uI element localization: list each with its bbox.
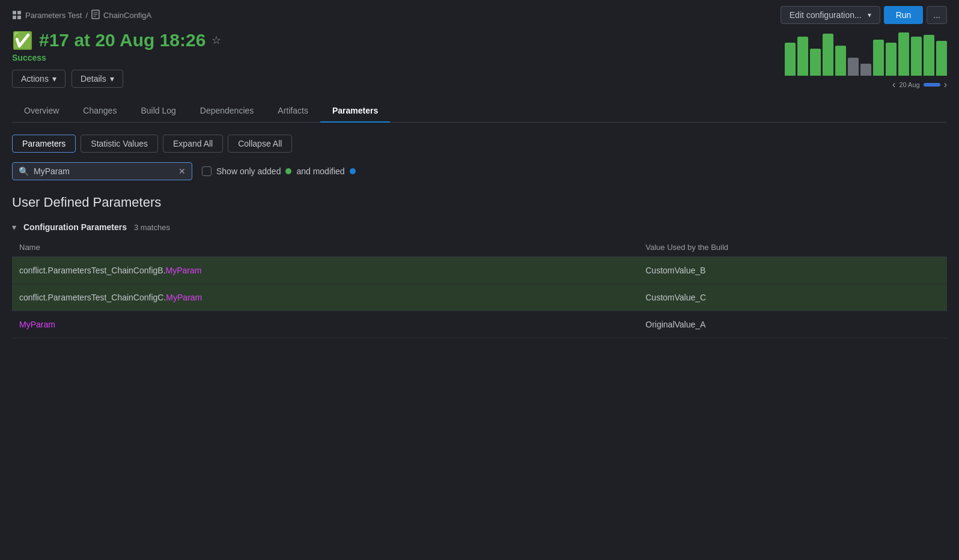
table-row: conflict.ParametersTest_ChainConfigB.MyP… bbox=[12, 257, 947, 284]
param-highlight: MyParam bbox=[166, 293, 202, 302]
chart-bar-1 bbox=[797, 37, 808, 76]
matches-badge: 3 matches bbox=[134, 223, 170, 232]
param-highlight: MyParam bbox=[166, 266, 202, 275]
main-content: ✅ #17 at 20 Aug 18:26 ☆ Success Actions … bbox=[0, 24, 959, 100]
param-name-cell: MyParam bbox=[12, 311, 638, 338]
chart-bar-10 bbox=[911, 37, 922, 76]
details-button[interactable]: Details ▾ bbox=[72, 70, 123, 88]
chart-selected-indicator bbox=[924, 83, 940, 87]
edit-config-button[interactable]: Edit configuration... ▾ bbox=[781, 6, 880, 24]
param-prefix: conflict.ParametersTest_ChainConfigB. bbox=[19, 266, 166, 275]
tab-changes[interactable]: Changes bbox=[71, 100, 129, 123]
param-value-cell: CustomValue_B bbox=[638, 257, 947, 284]
actions-button[interactable]: Actions ▾ bbox=[12, 70, 65, 88]
param-value-cell: OriginalValue_A bbox=[638, 311, 947, 338]
success-icon: ✅ bbox=[12, 31, 33, 50]
show-only-label-added: Show only added bbox=[216, 166, 281, 176]
grid-icon bbox=[12, 10, 22, 20]
search-input[interactable] bbox=[34, 166, 175, 176]
search-icon: 🔍 bbox=[19, 166, 29, 176]
tab-artifacts[interactable]: Artifacts bbox=[266, 100, 320, 123]
breadcrumb-config[interactable]: ChainConfigA bbox=[103, 11, 151, 20]
section-title: User Defined Parameters bbox=[12, 195, 947, 210]
show-only-row: Show only added and modified bbox=[202, 166, 356, 176]
svg-rect-0 bbox=[13, 11, 16, 14]
modified-dot bbox=[350, 168, 356, 174]
table-row: conflict.ParametersTest_ChainConfigC.MyP… bbox=[12, 284, 947, 311]
param-prefix: conflict.ParametersTest_ChainConfigC. bbox=[19, 293, 166, 302]
filter-btn-expand-all[interactable]: Expand All bbox=[163, 135, 223, 153]
right-panel: ‹ 20 Aug › bbox=[695, 30, 947, 100]
doc-icon bbox=[91, 10, 100, 21]
table-row: MyParamOriginalValue_A bbox=[12, 311, 947, 338]
status-label: Success bbox=[12, 53, 695, 62]
parameters-content: ParametersStatistic ValuesExpand AllColl… bbox=[0, 135, 959, 350]
chart-bar-0 bbox=[785, 43, 796, 76]
filter-btn-parameters[interactable]: Parameters bbox=[12, 135, 76, 153]
breadcrumb: Parameters Test / ChainConfigA bbox=[12, 10, 151, 21]
tab-overview[interactable]: Overview bbox=[12, 100, 71, 123]
tabs-container: OverviewChangesBuild LogDependenciesArti… bbox=[0, 100, 959, 123]
param-name-cell: conflict.ParametersTest_ChainConfigB.MyP… bbox=[12, 257, 638, 284]
added-dot bbox=[285, 168, 291, 174]
chart-bar-5 bbox=[848, 58, 859, 76]
show-only-label-modified: and modified bbox=[296, 166, 344, 176]
param-name-cell: conflict.ParametersTest_ChainConfigC.MyP… bbox=[12, 284, 638, 311]
chart-bar-12 bbox=[936, 41, 947, 76]
run-button[interactable]: Run bbox=[884, 6, 924, 24]
chart-bar-7 bbox=[873, 40, 884, 76]
breadcrumb-separator: / bbox=[85, 11, 88, 20]
params-table-body: conflict.ParametersTest_ChainConfigB.MyP… bbox=[12, 257, 947, 338]
clear-search-icon[interactable]: ✕ bbox=[178, 166, 186, 176]
breadcrumb-project[interactable]: Parameters Test bbox=[25, 11, 82, 20]
show-only-checkbox[interactable] bbox=[202, 166, 212, 176]
svg-rect-1 bbox=[17, 11, 21, 14]
star-icon[interactable]: ☆ bbox=[212, 34, 221, 47]
left-panel: ✅ #17 at 20 Aug 18:26 ☆ Success Actions … bbox=[12, 30, 695, 100]
config-params-chevron[interactable]: ▾ bbox=[12, 222, 16, 232]
chart-bar-3 bbox=[823, 34, 833, 76]
tab-dependencies[interactable]: Dependencies bbox=[188, 100, 266, 123]
chart-bar-11 bbox=[924, 35, 934, 76]
params-table: Name Value Used by the Build conflict.Pa… bbox=[12, 238, 947, 338]
svg-rect-3 bbox=[17, 16, 21, 19]
build-number: #17 at 20 Aug 18:26 bbox=[39, 30, 206, 50]
chevron-down-icon: ▾ bbox=[868, 11, 871, 19]
config-params-header: ▾ Configuration Parameters 3 matches bbox=[12, 222, 947, 232]
chart-bar-2 bbox=[810, 49, 821, 76]
top-bar: Parameters Test / ChainConfigA Edit conf… bbox=[0, 0, 959, 24]
search-input-wrap[interactable]: 🔍 ✕ bbox=[12, 162, 192, 180]
col-value: Value Used by the Build bbox=[638, 238, 947, 257]
chart-bars bbox=[785, 30, 947, 76]
chart-prev-button[interactable]: ‹ bbox=[892, 79, 895, 90]
config-params-title: Configuration Parameters bbox=[23, 222, 127, 232]
chart-bar-9 bbox=[898, 32, 909, 76]
filter-btn-statistic-values[interactable]: Statistic Values bbox=[81, 135, 158, 153]
action-buttons: Actions ▾ Details ▾ bbox=[12, 70, 695, 88]
chevron-down-icon: ▾ bbox=[110, 74, 114, 84]
search-row: 🔍 ✕ Show only added and modified bbox=[12, 162, 947, 180]
col-name: Name bbox=[12, 238, 638, 257]
tabs: OverviewChangesBuild LogDependenciesArti… bbox=[12, 100, 947, 123]
tab-build-log[interactable]: Build Log bbox=[129, 100, 187, 123]
param-highlight: MyParam bbox=[19, 320, 55, 329]
svg-rect-2 bbox=[13, 16, 16, 19]
param-value-cell: CustomValue_C bbox=[638, 284, 947, 311]
build-title: ✅ #17 at 20 Aug 18:26 ☆ bbox=[12, 30, 695, 50]
tab-parameters[interactable]: Parameters bbox=[320, 100, 390, 123]
chart-nav-row: ‹ 20 Aug › bbox=[892, 79, 947, 90]
chart-date-label: 20 Aug bbox=[899, 81, 919, 88]
chart-bar-4 bbox=[835, 46, 846, 76]
filter-btn-collapse-all[interactable]: Collapse All bbox=[228, 135, 292, 153]
more-button[interactable]: ... bbox=[927, 6, 947, 24]
top-actions: Edit configuration... ▾ Run ... bbox=[781, 6, 947, 24]
chevron-down-icon: ▾ bbox=[52, 74, 56, 84]
chart-next-button[interactable]: › bbox=[944, 79, 947, 90]
filter-row: ParametersStatistic ValuesExpand AllColl… bbox=[12, 135, 947, 153]
chart-bar-8 bbox=[886, 43, 897, 76]
build-chart: ‹ 20 Aug › bbox=[785, 30, 947, 90]
chart-bar-6 bbox=[860, 64, 871, 76]
